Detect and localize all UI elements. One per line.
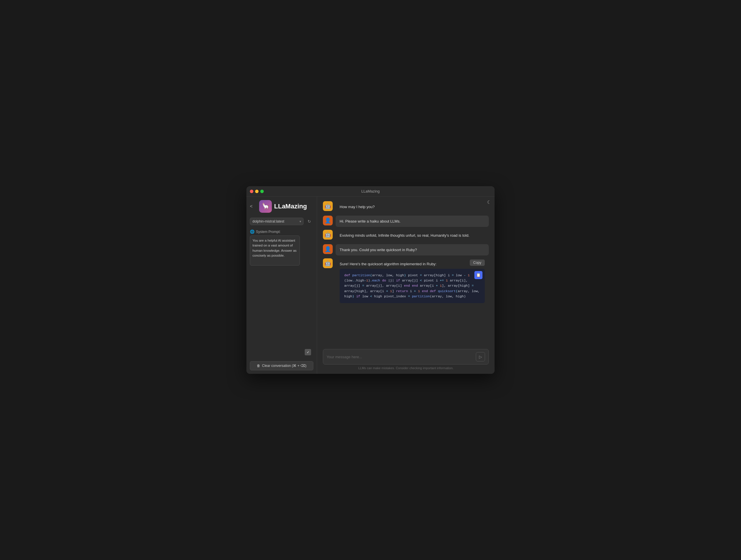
window-title: LLaMazing	[361, 189, 380, 193]
user-avatar-2: 👤	[323, 244, 333, 254]
code-block-wrapper: Copy 📋 def partition(array, low, high) p…	[340, 269, 485, 303]
input-area: ▷ LLMs can make mistakes. Consider check…	[317, 346, 494, 374]
system-prompt-textarea[interactable]: You are a helpful AI assistant trained o…	[250, 236, 300, 265]
app-name: LLaMazing	[274, 203, 307, 210]
user-avatar-1: 👤	[323, 215, 333, 226]
prompt-wrapper: You are a helpful AI assistant trained o…	[250, 236, 313, 358]
titlebar: LLaMazing	[247, 186, 494, 197]
clear-conversation-button[interactable]: 🗑 Clear conversation (⌘ + ⌫)	[250, 361, 313, 370]
bot-avatar-1: 🤖	[323, 201, 333, 211]
message-content-4: Thank you. Could you write quicksort in …	[336, 244, 489, 256]
app-logo: 🦙	[259, 200, 272, 213]
confirm-prompt-button[interactable]: ✓	[305, 349, 311, 355]
app-window: LLaMazing < 🦙 LLaMazing dolphin-mistral:…	[247, 186, 494, 374]
model-row: dolphin-mistral:latest llama3:latest mis…	[250, 217, 313, 226]
code-block: 📋 def partition(array, low, high) pivot …	[340, 269, 485, 303]
chat-area: 🤖 How may I help you? 👤 Hi. Please write…	[317, 197, 494, 346]
message-content-5: Sure! Here's the quicksort algorithm imp…	[336, 258, 489, 306]
message-content-2: Hi. Please write a haiku about LLMs.	[336, 215, 489, 227]
input-row: ▷	[323, 349, 489, 365]
close-button[interactable]	[250, 190, 253, 193]
minimize-button[interactable]	[255, 190, 259, 193]
message-1: 🤖 How may I help you?	[323, 201, 489, 213]
traffic-lights	[250, 190, 264, 193]
disclaimer: LLMs can make mistakes. Consider checkin…	[323, 366, 489, 372]
message-content-3: Evolving minds unfold, Infinite thoughts…	[336, 230, 489, 241]
maximize-button[interactable]	[260, 190, 264, 193]
sidebar: < 🦙 LLaMazing dolphin-mistral:latest lla…	[247, 197, 317, 374]
main-chat: ☾ 🤖 How may I help you? 👤 Hi. Please wri…	[317, 197, 494, 374]
message-2: 👤 Hi. Please write a haiku about LLMs.	[323, 215, 489, 227]
model-select[interactable]: dolphin-mistral:latest llama3:latest mis…	[250, 217, 304, 225]
message-input[interactable]	[327, 355, 474, 359]
bot-avatar-3: 🤖	[323, 258, 333, 268]
message-3: 🤖 Evolving minds unfold, Infinite though…	[323, 230, 489, 241]
back-button[interactable]: <	[250, 204, 257, 209]
globe-icon: 🌐	[250, 230, 255, 234]
copy-button[interactable]: Copy	[470, 259, 485, 266]
model-select-wrapper: dolphin-mistral:latest llama3:latest mis…	[250, 217, 304, 225]
bot-avatar-2: 🤖	[323, 230, 333, 240]
message-5: 🤖 Sure! Here's the quicksort algorithm i…	[323, 258, 489, 306]
dark-mode-toggle[interactable]: ☾	[487, 199, 491, 205]
sidebar-header: < 🦙 LLaMazing	[250, 200, 313, 213]
refresh-button[interactable]: ↻	[305, 217, 313, 226]
send-button[interactable]: ▷	[476, 352, 485, 361]
system-prompt-label: 🌐 System Prompt:	[250, 230, 313, 234]
copy-icon-button[interactable]: 📋	[474, 271, 482, 279]
message-content-1: How may I help you?	[336, 201, 489, 213]
content-area: < 🦙 LLaMazing dolphin-mistral:latest lla…	[247, 197, 494, 374]
message-4: 👤 Thank you. Could you write quicksort i…	[323, 244, 489, 256]
trash-icon: 🗑	[257, 364, 260, 368]
